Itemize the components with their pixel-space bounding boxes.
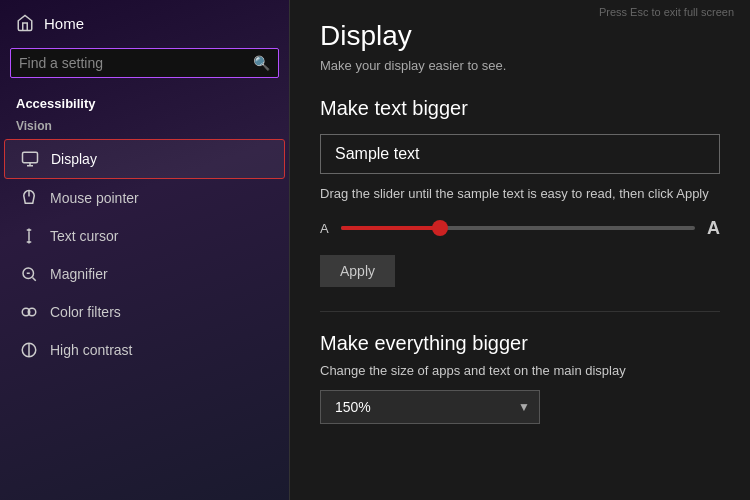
page-subtitle: Make your display easier to see. [320, 58, 720, 73]
sample-text-box: Sample text [320, 134, 720, 174]
page-title: Display [320, 20, 720, 52]
sidebar-item-magnifier[interactable]: Magnifier [4, 255, 285, 293]
svg-rect-0 [23, 152, 38, 163]
apply-button[interactable]: Apply [320, 255, 395, 287]
mouse-icon [20, 189, 38, 207]
section-divider [320, 311, 720, 312]
sidebar-item-cursor-label: Text cursor [50, 228, 118, 244]
sidebar-item-color-label: Color filters [50, 304, 121, 320]
sidebar-item-magnifier-label: Magnifier [50, 266, 108, 282]
scale-dropdown-wrapper[interactable]: 100% 125% 150% 175% 200% ▼ [320, 390, 540, 424]
search-icon: 🔍 [253, 55, 270, 71]
slider-description: Drag the slider until the sample text is… [320, 184, 720, 204]
svg-line-10 [32, 277, 35, 280]
search-input[interactable] [19, 55, 253, 71]
scale-dropdown[interactable]: 100% 125% 150% 175% 200% [320, 390, 540, 424]
section1-title: Make text bigger [320, 97, 720, 120]
sidebar-item-contrast-label: High contrast [50, 342, 132, 358]
search-container[interactable]: 🔍 [10, 48, 279, 78]
sidebar-item-display-label: Display [51, 151, 97, 167]
color-icon [20, 303, 38, 321]
section2-title: Make everything bigger [320, 332, 720, 355]
main-content: Press Esc to exit full screen Display Ma… [290, 0, 750, 500]
slider-label-large: A [707, 218, 720, 239]
vision-section-label: Vision [0, 117, 289, 139]
text-size-slider[interactable] [341, 226, 695, 230]
slider-fill [341, 226, 440, 230]
accessibility-heading: Accessibility [0, 88, 289, 117]
home-icon [16, 14, 34, 32]
esc-hint: Press Esc to exit full screen [599, 6, 734, 18]
slider-thumb[interactable] [432, 220, 448, 236]
home-label: Home [44, 15, 84, 32]
contrast-icon [20, 341, 38, 359]
sidebar-item-text-cursor[interactable]: Text cursor [4, 217, 285, 255]
sidebar: Home 🔍 Accessibility Vision Display Mous… [0, 0, 290, 500]
sidebar-item-mouse-label: Mouse pointer [50, 190, 139, 206]
cursor-icon [20, 227, 38, 245]
section2-desc: Change the size of apps and text on the … [320, 363, 720, 378]
sidebar-home[interactable]: Home [0, 0, 289, 42]
sidebar-item-mouse-pointer[interactable]: Mouse pointer [4, 179, 285, 217]
magnifier-icon [20, 265, 38, 283]
sidebar-item-high-contrast[interactable]: High contrast [4, 331, 285, 369]
sidebar-item-color-filters[interactable]: Color filters [4, 293, 285, 331]
slider-label-small: A [320, 221, 329, 236]
slider-row: A A [320, 218, 720, 239]
monitor-icon [21, 150, 39, 168]
sidebar-item-display[interactable]: Display [4, 139, 285, 179]
